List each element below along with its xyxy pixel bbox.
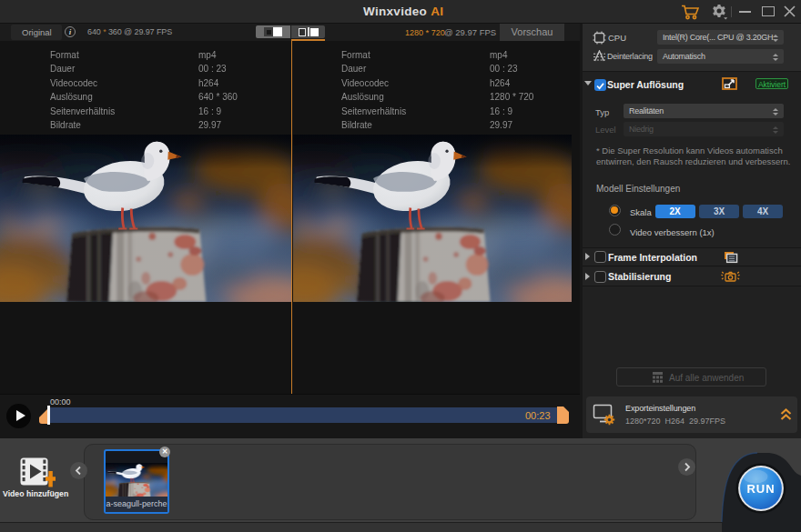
svg-text:RUN: RUN bbox=[746, 482, 775, 496]
